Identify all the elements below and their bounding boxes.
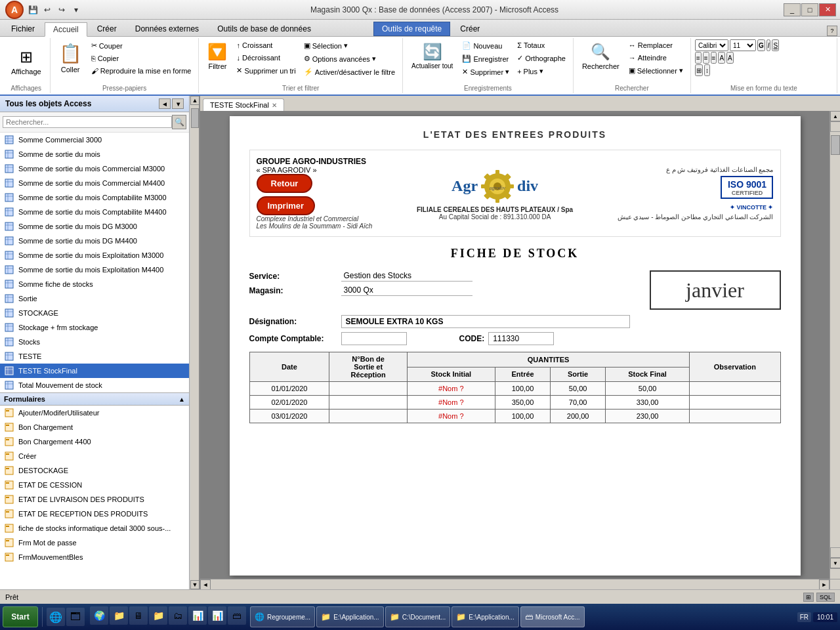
scroll-page-down-btn[interactable]: [830, 547, 840, 558]
compte-input[interactable]: [341, 332, 407, 345]
selectionner-btn[interactable]: ▣ Sélectionner ▾: [625, 64, 686, 77]
affichage-btn[interactable]: ⊞ Affichage: [7, 45, 46, 79]
sidebar-item-etat-reception[interactable]: ETAT DE RECEPTION DES PRODUITS: [0, 507, 189, 521]
taskbar-btn-access[interactable]: 🗃 Microsoft Acc...: [520, 606, 585, 627]
scroll-down-btn[interactable]: ▼: [830, 558, 840, 568]
couper-btn[interactable]: ✂ Couper: [88, 39, 195, 52]
sidebar-item-sortie-commercial-m4400[interactable]: Somme de sortie du mois Commercial M4400: [0, 176, 189, 190]
sidebar-item-fiche-stocks[interactable]: fiche de stocks informatique detail 3000…: [0, 521, 189, 536]
copier-btn[interactable]: ⎘ Copier: [88, 52, 195, 64]
sidebar-item-somme-commercial[interactable]: Somme Commercial 3000: [0, 133, 189, 147]
sidebar-item-sortie-exploit-m4400[interactable]: Somme de sortie du mois Exploitation M44…: [0, 262, 189, 277]
font-family-select[interactable]: Calibri: [695, 39, 728, 51]
sidebar-scroll-down-btn[interactable]: ▼: [190, 580, 200, 589]
options-avancees-btn[interactable]: ⚙ Options avancées ▾: [301, 52, 398, 65]
designation-input[interactable]: [341, 315, 630, 328]
align-left-btn[interactable]: ≡: [695, 52, 702, 64]
section-toggle-icon[interactable]: ▲: [178, 396, 185, 403]
sidebar-item-stockage-frm[interactable]: Stockage + frm stockage: [0, 320, 189, 335]
bold-btn[interactable]: G: [757, 39, 765, 51]
redo-qa-btn[interactable]: ↪: [55, 3, 68, 16]
nouveau-btn[interactable]: 📄 Nouveau: [459, 39, 513, 52]
sidebar-item-etat-livraison[interactable]: ETAT DE LIVRAISON DES PRODUITS: [0, 492, 189, 507]
align-center-btn[interactable]: ≡: [703, 52, 709, 64]
sidebar-collapse-btn[interactable]: ◄: [159, 98, 171, 109]
imprimer-button[interactable]: Imprimer: [257, 196, 316, 215]
enregistrer-btn[interactable]: 💾 Enregistrer: [459, 52, 513, 65]
croissant-btn[interactable]: ↑ Croissant: [233, 39, 299, 51]
minimize-btn[interactable]: _: [784, 3, 801, 16]
sidebar-search-button[interactable]: 🔍: [172, 115, 186, 129]
orthographe-btn[interactable]: ✓ Orthographe: [514, 52, 569, 64]
totaux-btn[interactable]: Σ Totaux: [514, 39, 569, 51]
coller-btn[interactable]: 📋 Coller: [54, 39, 87, 77]
reproduire-btn[interactable]: 🖌 Reproduire la mise en forme: [88, 65, 195, 77]
scroll-up-btn[interactable]: ▲: [830, 111, 840, 121]
tab-creer[interactable]: Créer: [89, 22, 125, 36]
tab-outils-requete[interactable]: Outils de requête: [373, 22, 450, 36]
sidebar-item-frm-mouvement[interactable]: FrmMouvementBles: [0, 550, 189, 564]
font-size-select[interactable]: 11: [730, 39, 756, 51]
close-btn[interactable]: ✕: [819, 3, 836, 16]
selection-btn[interactable]: ▣ Sélection ▾: [301, 39, 398, 52]
taskbar-btn-c-doc[interactable]: 📁 C:\Document...: [385, 606, 451, 627]
tab-accueil[interactable]: Accueil: [45, 22, 87, 37]
maximize-btn[interactable]: □: [801, 3, 818, 16]
gridlines-btn[interactable]: ⊞: [695, 64, 703, 76]
activer-filtre-btn[interactable]: ⚡ Activer/désactiver le filtre: [301, 66, 398, 78]
tab-close-btn[interactable]: ✕: [272, 102, 277, 109]
sidebar-item-etat-cession[interactable]: ETAT DE CESSION: [0, 478, 189, 492]
sidebar-item-teste-stockfinal[interactable]: TESTE StockFinal: [0, 364, 189, 378]
tab-fichier[interactable]: Fichier: [3, 22, 43, 36]
atteindre-btn[interactable]: → Atteindre: [625, 52, 686, 64]
scroll-handle[interactable]: [831, 135, 840, 155]
lang-indicator[interactable]: FR: [797, 612, 811, 622]
bg-color-btn[interactable]: A: [718, 52, 725, 64]
italic-btn[interactable]: I: [766, 39, 771, 51]
code-input[interactable]: [488, 332, 554, 345]
supprimer-btn[interactable]: ✕ Supprimer ▾: [459, 66, 513, 78]
sidebar-scroll-up-btn[interactable]: ▲: [190, 96, 200, 105]
supprimer-tri-btn[interactable]: ✕ Supprimer un tri: [233, 64, 299, 77]
office-button[interactable]: A: [5, 1, 24, 19]
tab-donnees-externes[interactable]: Données externes: [127, 22, 207, 36]
sidebar-item-somme-fiche[interactable]: Somme fiche de stocks: [0, 277, 189, 291]
sidebar-item-sortie-exploit-m3000[interactable]: Somme de sortie du mois Exploitation M30…: [0, 248, 189, 262]
dropdown-qa-btn[interactable]: ▾: [70, 3, 83, 16]
sidebar-item-creer[interactable]: Créer: [0, 449, 189, 463]
taskbar-btn-regroupeme[interactable]: 🌐 Regroupeme...: [250, 606, 315, 627]
sidebar-search-input[interactable]: [3, 116, 172, 128]
decroissant-btn[interactable]: ↓ Décroissant: [233, 52, 299, 64]
rechercher-btn[interactable]: 🔍 Rechercher: [578, 39, 624, 74]
sidebar-item-frm-mot-passe[interactable]: Frm Mot de passe: [0, 536, 189, 550]
quicklaunch-ie-btn[interactable]: 🌐: [47, 608, 65, 626]
scroll-left-btn[interactable]: ◄: [200, 579, 211, 590]
tab-creer-sub[interactable]: Créer: [452, 22, 488, 36]
tab-outils-bdd[interactable]: Outils de base de données: [209, 22, 320, 36]
quicklaunch-show-desktop-btn[interactable]: 🗔: [66, 608, 85, 626]
plus-btn[interactable]: + Plus ▾: [514, 65, 569, 77]
save-qa-btn[interactable]: 💾: [26, 3, 39, 16]
scroll-right-btn[interactable]: ►: [819, 579, 830, 590]
sidebar-section-formulaires[interactable]: Formulaires ▲: [0, 392, 189, 406]
sidebar-scroll-handle[interactable]: [191, 108, 199, 128]
sidebar-item-ajouter-utilisateur[interactable]: Ajouter/ModiferUtilisateur: [0, 406, 189, 420]
tab-teste-stockfinal[interactable]: TESTE StockFinal ✕: [203, 98, 284, 111]
scroll-page-up-btn[interactable]: [830, 121, 840, 132]
taskbar-btn-e-app1[interactable]: 📁 E:\Application...: [316, 606, 383, 627]
help-question-btn[interactable]: ?: [827, 26, 837, 36]
sidebar-item-bon-chargement[interactable]: Bon Chargement: [0, 420, 189, 434]
sidebar-item-bon-chargement-4400[interactable]: Bon Chargement 4400: [0, 434, 189, 449]
sidebar-item-sortie-mois[interactable]: Somme de sortie du mois: [0, 147, 189, 161]
filtrer-btn[interactable]: 🔽 Filtrer: [203, 39, 232, 74]
sidebar-item-total-mouvement[interactable]: Total Mouvement de stock: [0, 378, 189, 392]
sidebar-item-sortie-dg-m3000[interactable]: Somme de sortie du mois DG M3000: [0, 219, 189, 234]
remplacer-btn[interactable]: ↔ Remplacer: [625, 39, 686, 51]
actualiser-btn[interactable]: 🔄 Actualiser tout: [407, 39, 457, 73]
taskbar-btn-e-app2[interactable]: 📁 E:\Application...: [452, 606, 518, 627]
sidebar-menu-btn[interactable]: ▾: [172, 98, 184, 109]
undo-qa-btn[interactable]: ↩: [41, 3, 54, 16]
sidebar-item-destockage[interactable]: DESTOCKAGE: [0, 463, 189, 478]
sidebar-item-sortie-commercial-m3000[interactable]: Somme de sortie du mois Commercial M3000: [0, 161, 189, 176]
clock[interactable]: 10:01: [813, 612, 837, 622]
